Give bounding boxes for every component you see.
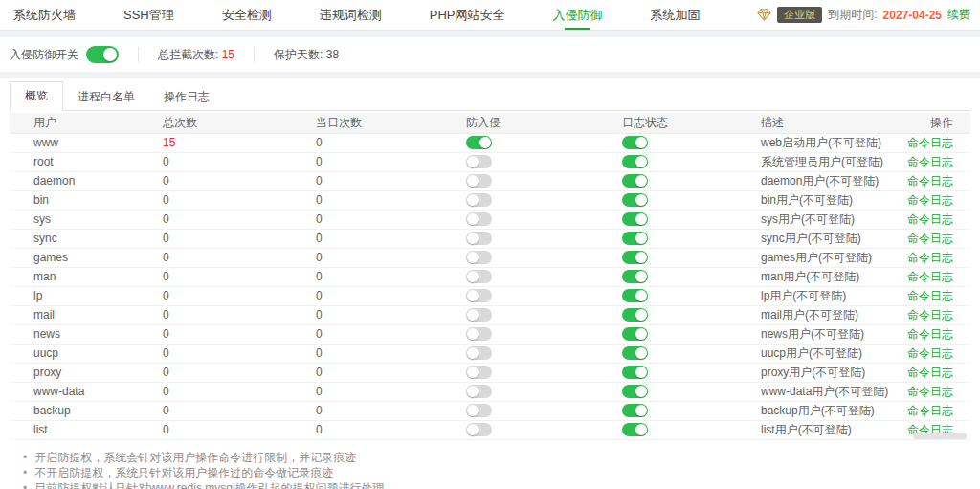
command-log-link[interactable]: 命令日志 — [907, 308, 953, 322]
command-log-link[interactable]: 命令日志 — [907, 366, 953, 379]
today-count-cell: 0 — [308, 190, 458, 210]
tab-process-whitelist[interactable]: 进程白名单 — [63, 83, 149, 111]
user-name-cell: mail — [10, 305, 155, 324]
command-log-link[interactable]: 命令日志 — [907, 346, 953, 360]
horizontal-scrollbar[interactable] — [913, 433, 967, 439]
command-log-link[interactable]: 命令日志 — [907, 212, 953, 226]
user-desc-cell: backup用户(不可登陆) — [753, 401, 897, 420]
user-desc-cell: web启动用户(不可登陆) — [753, 133, 897, 152]
divider — [254, 47, 255, 62]
log-status-toggle[interactable] — [622, 270, 648, 283]
table-row: list00list用户(不可登陆)命令日志 — [10, 420, 970, 439]
nav-item-system-firewall[interactable]: 系统防火墙 — [10, 0, 79, 30]
command-log-link[interactable]: 命令日志 — [907, 404, 953, 417]
user-desc-cell: mail用户(不可登陆) — [753, 305, 897, 324]
prevent-intrusion-cell — [458, 190, 614, 210]
log-status-toggle[interactable] — [622, 404, 648, 417]
toggle-knob — [467, 271, 479, 282]
command-log-link[interactable]: 命令日志 — [907, 174, 953, 188]
log-status-toggle[interactable] — [622, 289, 648, 302]
command-log-link[interactable]: 命令日志 — [907, 270, 953, 283]
today-count-cell: 0 — [308, 286, 458, 305]
nav-item-php-site-security[interactable]: PHP网站安全 — [426, 0, 509, 30]
tab-overview[interactable]: 概览 — [10, 81, 63, 111]
toggle-knob — [467, 386, 479, 397]
prevent-intrusion-toggle[interactable] — [466, 308, 492, 322]
renew-link[interactable]: 续费 — [947, 7, 970, 23]
prevent-intrusion-toggle[interactable] — [466, 136, 492, 149]
total-count-cell: 0 — [155, 190, 308, 210]
user-name-cell: backup — [10, 401, 155, 420]
user-desc-cell: daemon用户(不可登陆) — [753, 171, 897, 190]
nav-item-security-scan[interactable]: 安全检测 — [218, 0, 276, 30]
prevent-intrusion-cell — [458, 363, 614, 382]
table-head-row: 用户总次数当日次数防入侵日志状态描述操作 — [10, 113, 970, 133]
toggle-knob — [467, 194, 479, 206]
intercept-count-value: 15 — [222, 48, 234, 61]
table-row: www-data00www-data用户(不可登陆)命令日志 — [10, 382, 970, 401]
log-status-toggle[interactable] — [622, 366, 648, 379]
command-log-link[interactable]: 命令日志 — [907, 193, 953, 207]
log-status-toggle[interactable] — [622, 212, 648, 226]
command-log-link[interactable]: 命令日志 — [907, 327, 953, 341]
action-cell: 命令日志 — [897, 133, 970, 152]
log-status-toggle[interactable] — [622, 251, 648, 264]
prevent-intrusion-cell — [458, 420, 614, 439]
log-status-toggle[interactable] — [622, 385, 648, 398]
defense-master-toggle[interactable] — [86, 46, 119, 63]
column-header: 描述 — [753, 113, 897, 133]
user-desc-cell: sync用户(不可登陆) — [753, 229, 897, 248]
toggle-knob — [467, 290, 479, 301]
prevent-intrusion-toggle[interactable] — [466, 193, 492, 207]
prevent-intrusion-toggle[interactable] — [466, 212, 492, 226]
nav-item-banned-words-scan[interactable]: 违规词检测 — [316, 0, 386, 30]
prevent-intrusion-toggle[interactable] — [466, 270, 492, 283]
log-status-toggle[interactable] — [622, 136, 648, 149]
prevent-intrusion-toggle[interactable] — [466, 366, 492, 379]
nav-item-system-harden[interactable]: 系统加固 — [646, 0, 703, 30]
user-name-cell: daemon — [10, 171, 155, 190]
prevent-intrusion-toggle[interactable] — [466, 289, 492, 302]
column-header: 操作 — [897, 113, 970, 133]
prevent-intrusion-toggle[interactable] — [466, 251, 492, 264]
prevent-intrusion-toggle[interactable] — [466, 385, 492, 398]
table-row: daemon00daemon用户(不可登陆)命令日志 — [10, 171, 970, 190]
log-status-toggle[interactable] — [622, 423, 648, 436]
total-count-cell: 0 — [155, 401, 308, 420]
toggle-knob — [635, 271, 647, 282]
toggle-knob — [635, 405, 647, 416]
log-status-toggle[interactable] — [622, 174, 648, 188]
log-status-toggle[interactable] — [622, 232, 648, 245]
command-log-link[interactable]: 命令日志 — [907, 232, 953, 245]
prevent-intrusion-toggle[interactable] — [466, 346, 492, 360]
prevent-intrusion-toggle[interactable] — [466, 404, 492, 417]
log-status-toggle[interactable] — [622, 308, 648, 322]
action-cell: 命令日志 — [897, 190, 970, 210]
command-log-link[interactable]: 命令日志 — [907, 136, 953, 149]
nav-item-ssh-manage[interactable]: SSH管理 — [120, 0, 178, 30]
table-row: proxy00proxy用户(不可登陆)命令日志 — [10, 363, 970, 382]
prevent-intrusion-toggle[interactable] — [466, 423, 492, 436]
user-desc-cell: www-data用户(不可登陆) — [753, 382, 897, 401]
log-status-toggle[interactable] — [622, 155, 648, 168]
log-status-toggle[interactable] — [622, 346, 648, 360]
prevent-intrusion-toggle[interactable] — [466, 155, 492, 168]
prevent-intrusion-toggle[interactable] — [466, 232, 492, 245]
toggle-knob — [635, 137, 647, 148]
user-name-cell: www — [10, 133, 155, 152]
prevent-intrusion-toggle[interactable] — [466, 327, 492, 341]
log-status-toggle[interactable] — [622, 327, 648, 341]
log-status-toggle[interactable] — [622, 193, 648, 207]
command-log-link[interactable]: 命令日志 — [907, 289, 953, 302]
table-row: backup00backup用户(不可登陆)命令日志 — [10, 401, 970, 420]
tab-operation-log[interactable]: 操作日志 — [149, 83, 224, 111]
toggle-knob — [635, 367, 647, 378]
command-log-link[interactable]: 命令日志 — [907, 385, 953, 398]
command-log-link[interactable]: 命令日志 — [907, 155, 953, 168]
log-status-cell — [614, 248, 753, 267]
table-row: bin00bin用户(不可登陆)命令日志 — [10, 190, 970, 210]
nav-item-intrusion-prevention[interactable]: 入侵防御 — [548, 0, 606, 30]
prevent-intrusion-toggle[interactable] — [466, 174, 492, 188]
command-log-link[interactable]: 命令日志 — [907, 251, 953, 264]
toggle-knob — [635, 309, 647, 321]
